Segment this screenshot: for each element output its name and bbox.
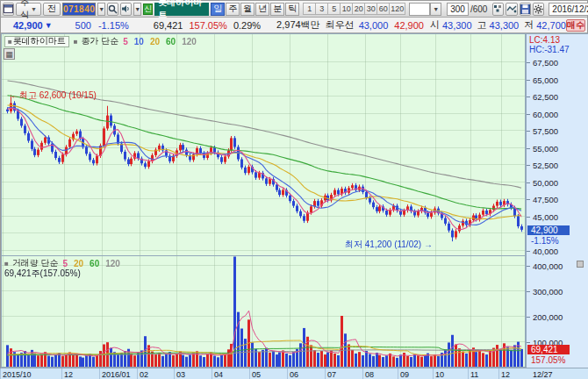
date-label-07: 07 [327, 370, 336, 379]
price-axis-tick: 45,000 [533, 212, 558, 222]
price-axis-tick: 62,500 [533, 92, 558, 102]
open-price: 43,300 [442, 20, 472, 31]
volume-ratio: 157.05% [189, 20, 226, 31]
low-annotation: 최저 41,200 (11/02) → [345, 239, 433, 251]
date-label-12: 12 [64, 370, 73, 379]
date-tick-separator [212, 368, 212, 379]
tick-mark [527, 114, 530, 115]
price-axis-tick: 65,000 [533, 75, 558, 85]
turnover-ratio: 0.29% [233, 20, 261, 31]
tick-mark [527, 131, 530, 132]
interval-button-60[interactable]: 60 [376, 3, 390, 15]
trade-value: 2,974백만 [276, 18, 320, 32]
volume-summary: 69,421주(157.05%) [4, 268, 81, 280]
period-tabs: 일주월년분틱 [211, 3, 299, 16]
volume-ma-legend: 52060120 [62, 259, 120, 268]
compare-chart-button[interactable] [492, 3, 504, 16]
tick-mark [527, 317, 530, 318]
date-label-03: 03 [176, 370, 185, 379]
bullet-icon: ■ [8, 38, 12, 46]
save-button[interactable] [520, 3, 531, 16]
ma-period-60: 60 [166, 37, 176, 46]
bar-count-input[interactable]: 300 [447, 3, 469, 16]
toolbar: 주식 ▼ 전 071840 ▼ ▼ 신 롯데하이마트 일주월년분틱 135102… [1, 1, 587, 18]
asset-type-dropdown[interactable]: 주식 ▼ [16, 3, 41, 16]
date-label-05: 05 [252, 370, 261, 379]
arrow-left-icon: ← [11, 90, 19, 100]
open-label: 시 [430, 18, 440, 32]
panel-expand-icon[interactable] [577, 261, 584, 268]
chart-tool-icon[interactable]: ▦ [4, 48, 15, 60]
price-legend: ■롯데하이마트 ■ 종가 단순 5102060120 [4, 35, 197, 47]
legend-stock-name: 롯데하이마트 [13, 35, 66, 47]
new-badge: 신 [143, 4, 153, 15]
period-tab-틱[interactable]: 틱 [285, 3, 299, 16]
change-amount: 500 [75, 20, 91, 31]
code-dropdown-icon[interactable]: ▼ [97, 3, 105, 16]
period-tab-분[interactable]: 분 [270, 3, 284, 16]
tick-mark [527, 62, 530, 63]
empty-combo[interactable] [409, 3, 430, 16]
price-ma-legend: 5102060120 [123, 37, 197, 46]
date-tick-separator [287, 368, 288, 379]
ma-period-5: 5 [123, 37, 128, 46]
price-axis-tick: 55,000 [533, 144, 558, 154]
legend-type: ■ 종가 단순 [74, 35, 118, 47]
buy-button[interactable]: 매수 [566, 19, 585, 32]
legend-stock-chip[interactable]: ■롯데하이마트 [4, 36, 69, 47]
date-tick-separator [0, 368, 1, 379]
price-axis-panel: LC:4.13 HC:-31.47 67,50065,00062,50060,0… [526, 33, 588, 368]
interval-button-5[interactable]: 5 [327, 3, 341, 15]
period-tab-년[interactable]: 년 [255, 3, 269, 16]
tick-mark [527, 342, 530, 343]
period-tab-월[interactable]: 월 [240, 3, 255, 16]
stock-code-input[interactable]: 071840 [62, 3, 96, 16]
tick-mark [527, 291, 530, 292]
date-tick-separator [249, 368, 250, 379]
interval-button-3[interactable]: 3 [315, 3, 328, 15]
line-tool-button[interactable] [506, 3, 518, 16]
interval-button-120[interactable]: 120 [389, 3, 405, 15]
speaker-dropdown-icon[interactable]: ▼ [133, 3, 141, 16]
interval-button-20[interactable]: 20 [352, 3, 365, 15]
low-label: 저 [524, 18, 534, 32]
chart-canvas[interactable] [1, 33, 526, 368]
window-icon[interactable] [3, 3, 14, 16]
search-button[interactable] [107, 3, 118, 16]
date-input[interactable]: 2016/12/27 [549, 3, 588, 16]
date-label-10: 10 [435, 370, 444, 379]
stock-chart-window: 주식 ▼ 전 071840 ▼ ▼ 신 롯데하이마트 일주월년분틱 135102… [0, 0, 588, 379]
tick-mark [527, 182, 530, 183]
tick-mark [527, 266, 530, 267]
date-tick-separator [362, 368, 363, 379]
stock-code-value: 071840 [63, 4, 95, 14]
best-quote-label: 최우선 [326, 18, 355, 32]
interval-button-10[interactable]: 10 [340, 3, 353, 15]
price-axis-tick: 52,500 [533, 161, 558, 170]
interval-button-1[interactable]: 1 [303, 3, 316, 15]
ma-period-10: 10 [134, 37, 144, 46]
price-axis-tick: 50,000 [533, 178, 558, 188]
empty-combo-dropdown-icon[interactable]: ▼ [430, 3, 441, 16]
date-label-04: 04 [214, 370, 223, 379]
current-volume-percent: 157.05% [531, 355, 565, 365]
current-price-badge: 42,900 [527, 225, 570, 235]
chart-region: ■롯데하이마트 ■ 종가 단순 5102060120 ▦ ■ 거래량 단순 52… [1, 33, 588, 379]
change-percent: -1.15% [98, 20, 129, 31]
date-label-12: 12 [501, 370, 510, 379]
ma-period-120: 120 [182, 37, 197, 46]
date-label-2015-10: 2015/10 [3, 370, 32, 379]
volume-axis-tick: 400,000 [533, 261, 563, 271]
gear-icon[interactable] [533, 3, 544, 16]
jeon-button[interactable]: 전 [43, 3, 61, 16]
date-tick-separator [325, 368, 326, 379]
period-tab-일[interactable]: 일 [211, 3, 225, 16]
date-label-11: 11 [470, 370, 478, 379]
date-label-06: 06 [290, 370, 298, 379]
high-annotation: ←최고 62,600 (10/15) [11, 89, 97, 102]
date-axis[interactable]: 12/27 2015/10122016/01020304050607080910… [1, 368, 588, 379]
speaker-button[interactable] [120, 3, 132, 16]
interval-button-30[interactable]: 30 [364, 3, 377, 15]
period-tab-주[interactable]: 주 [226, 3, 240, 16]
current-price-percent: -1.15% [531, 236, 559, 246]
